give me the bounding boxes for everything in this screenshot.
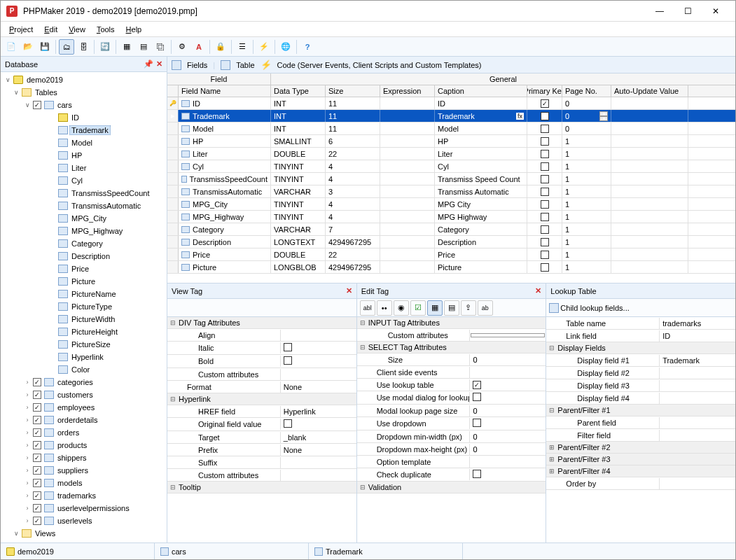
tree-table[interactable]: ›✓employees (1, 401, 167, 414)
tree-field[interactable]: Category (1, 237, 167, 250)
tree-field[interactable]: ID (1, 111, 167, 124)
app-icon: P (6, 6, 18, 17)
tree-table[interactable]: ›✓shippers (1, 451, 167, 464)
tree-field[interactable]: Liter (1, 162, 167, 174)
tree-field[interactable]: Model (1, 136, 167, 149)
tree-field[interactable]: TransmissAutomatic (1, 200, 167, 212)
grid-row[interactable]: LiterDOUBLE22Liter1 (167, 148, 735, 160)
grid-row[interactable]: CylTINYINT4Cyl1 (167, 160, 735, 173)
panel-close-icon[interactable]: ✕ (535, 286, 541, 295)
toggle-db-icon[interactable]: 🗂 (59, 39, 74, 55)
grid-row[interactable]: HPSMALLINT6HP1 (167, 135, 735, 148)
password-tag-icon[interactable]: •• (377, 300, 392, 316)
grid-row[interactable]: PriceDOUBLE22Price1 (167, 248, 735, 261)
grid-row[interactable]: MPG_HighwayTINYINT4MPG Highway1 (167, 211, 735, 223)
grid-row[interactable]: ▸TrademarkINT11Trademarkfx0▴▾ (167, 110, 735, 122)
maximize-button[interactable]: ☐ (674, 1, 702, 21)
select-tag-icon[interactable]: ▦ (427, 300, 443, 316)
uselookup-checkbox[interactable]: ✓ (473, 381, 481, 389)
tree-table[interactable]: ›✓orderdetails (1, 414, 167, 426)
textarea-tag-icon[interactable]: ▤ (444, 300, 459, 316)
radio-tag-icon[interactable]: ◉ (394, 300, 409, 316)
table-icon[interactable]: ▦ (119, 39, 134, 55)
minimize-button[interactable]: — (646, 1, 674, 21)
tree-field[interactable]: Description (1, 250, 167, 262)
new-icon[interactable]: 📄 (4, 39, 19, 55)
panel-close-icon[interactable]: ✕ (156, 59, 162, 69)
font-icon[interactable]: A (191, 39, 207, 55)
tree-field[interactable]: PictureWidth (1, 313, 167, 326)
browse-icon[interactable]: 🌐 (278, 39, 293, 55)
tree-field[interactable]: PictureHeight (1, 326, 167, 338)
tree-table[interactable]: ›✓products (1, 439, 167, 451)
grid-row[interactable]: TransmissAutomaticVARCHAR3Transmiss Auto… (167, 186, 735, 198)
tree-table[interactable]: ›✓userlevelpermissions (1, 502, 167, 514)
menu-help[interactable]: Help (120, 24, 148, 35)
tree-field[interactable]: Color (1, 363, 167, 376)
text-tag-icon[interactable]: abl (360, 300, 375, 316)
pin-icon[interactable]: 📌 (144, 59, 153, 69)
grid-row[interactable]: DescriptionLONGTEXT4294967295Description… (167, 236, 735, 248)
tree-table[interactable]: ›✓models (1, 477, 167, 489)
tree-table[interactable]: ›✓suppliers (1, 464, 167, 477)
grid-row[interactable]: MPG_CityTINYINT4MPG City1 (167, 198, 735, 211)
database-tree[interactable]: ∨demo2019 ∨Tables ∨✓cars IDTrademarkMode… (1, 72, 167, 542)
tree-field[interactable]: PictureSize (1, 338, 167, 351)
sync-icon[interactable]: 🔄 (97, 39, 113, 55)
tree-table[interactable]: ›✓orders (1, 426, 167, 439)
menu-edit[interactable]: Edit (39, 24, 63, 35)
close-button[interactable]: ✕ (702, 1, 730, 21)
tree-table[interactable]: ›✓customers (1, 388, 167, 401)
hidden-tag-icon[interactable]: ab (478, 300, 493, 316)
tree-field[interactable]: Hyperlink (1, 351, 167, 363)
origval-checkbox[interactable] (284, 419, 292, 428)
tree-field[interactable]: Price (1, 262, 167, 275)
grid-row[interactable]: TransmissSpeedCountTINYINT4Transmiss Spe… (167, 173, 735, 186)
main-toolbar: 📄 📂 💾 🗂 🗄 🔄 ▦ ▤ ⿻ ⚙ A 🔒 ☰ ⚡ 🌐 ? (1, 37, 735, 57)
file-tag-icon[interactable]: ⇪ (461, 300, 476, 316)
usedropdown-checkbox[interactable] (473, 419, 481, 427)
bold-checkbox[interactable] (284, 356, 292, 365)
tree-table[interactable]: ›✓trademarks (1, 489, 167, 502)
tree-table[interactable]: ›✓userlevels (1, 514, 167, 527)
lookup-table-panel: Lookup Table Child lookup fields... Tabl… (546, 284, 735, 542)
tree-field[interactable]: PictureName (1, 288, 167, 300)
child-lookup-button[interactable]: Child lookup fields... (560, 304, 629, 312)
titlebar: P PHPMaker 2019 - demo2019 [demo2019.pmp… (1, 1, 735, 22)
menu-tools[interactable]: Tools (91, 24, 120, 35)
generate-icon[interactable]: ⚡ (256, 39, 272, 55)
settings-icon[interactable]: ⚙ (174, 39, 190, 55)
tree-table[interactable]: ›✓categories (1, 376, 167, 388)
help-icon[interactable]: ? (300, 39, 315, 55)
toggle-props-icon[interactable]: 🗄 (76, 39, 91, 55)
italic-checkbox[interactable] (284, 343, 292, 351)
checkdup-checkbox[interactable] (473, 470, 481, 478)
view-icon[interactable]: ▤ (136, 39, 151, 55)
grid-row[interactable]: PictureLONGBLOB4294967295Picture1 (167, 261, 735, 274)
tree-field[interactable]: PictureType (1, 300, 167, 313)
tree-field[interactable]: TransmissSpeedCount (1, 187, 167, 200)
open-icon[interactable]: 📂 (20, 39, 36, 55)
database-panel: Database 📌 ✕ ∨demo2019 ∨Tables ∨✓cars ID… (1, 57, 167, 542)
tab-code[interactable]: Code (Server Events, Client Scripts and … (277, 61, 482, 69)
tab-fields[interactable]: Fields (187, 61, 207, 69)
tab-table[interactable]: Table (236, 61, 254, 69)
grid-row[interactable]: 🔑IDINT11ID✓0 (167, 97, 735, 110)
tree-field[interactable]: MPG_Highway (1, 225, 167, 237)
tree-field[interactable]: Cyl (1, 174, 167, 187)
grid-row[interactable]: ModelINT11Model0 (167, 122, 735, 135)
menu-editor-icon[interactable]: ☰ (235, 39, 250, 55)
security-icon[interactable]: 🔒 (213, 39, 228, 55)
tree-field[interactable]: HP (1, 149, 167, 162)
menu-view[interactable]: View (63, 24, 91, 35)
tree-field[interactable]: Trademark (1, 124, 167, 136)
tree-field[interactable]: MPG_City (1, 212, 167, 225)
menu-project[interactable]: Project (4, 24, 39, 35)
save-icon[interactable]: 💾 (37, 39, 53, 55)
usemodal-checkbox[interactable] (473, 393, 481, 401)
checkbox-tag-icon[interactable]: ☑ (410, 300, 426, 316)
panel-close-icon[interactable]: ✕ (346, 286, 352, 295)
copy-icon[interactable]: ⿻ (153, 39, 168, 55)
grid-row[interactable]: CategoryVARCHAR7Category1 (167, 223, 735, 236)
tree-field[interactable]: Picture (1, 275, 167, 288)
